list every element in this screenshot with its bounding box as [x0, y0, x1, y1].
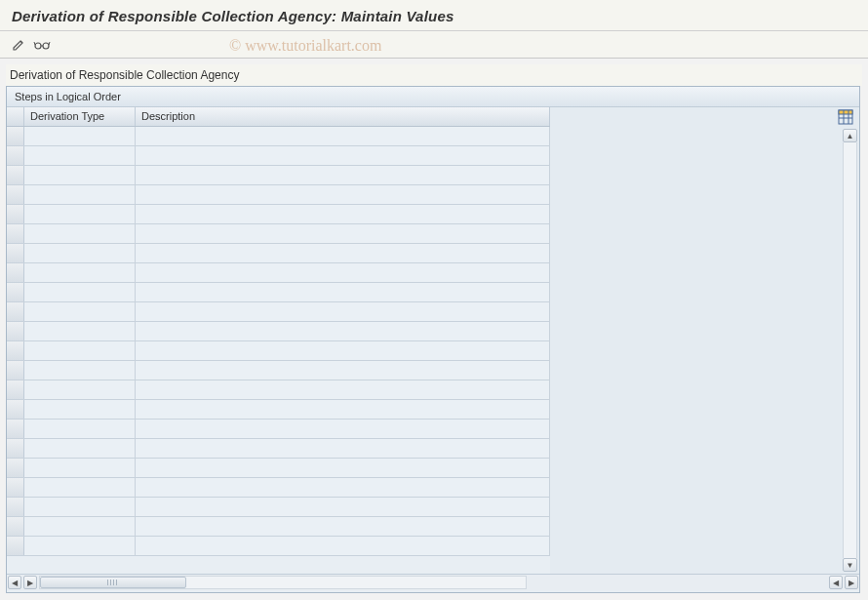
row-selector[interactable]	[7, 420, 24, 438]
cell-description[interactable]	[136, 341, 550, 360]
row-selector[interactable]	[7, 322, 24, 340]
cell-derivation-type[interactable]	[24, 537, 136, 555]
vertical-scrollbar[interactable]: ▲ ▼	[843, 129, 857, 572]
scroll-right-button[interactable]: ▶	[23, 576, 37, 589]
horizontal-scroll-thumb[interactable]	[40, 577, 186, 588]
table-row	[7, 478, 550, 498]
svg-point-1	[43, 43, 49, 49]
row-selector[interactable]	[7, 478, 24, 497]
row-selector[interactable]	[7, 146, 24, 165]
cell-description[interactable]	[136, 478, 550, 497]
cell-description[interactable]	[136, 517, 550, 536]
cell-derivation-type[interactable]	[24, 224, 136, 243]
cell-description[interactable]	[136, 127, 550, 145]
cell-description[interactable]	[136, 302, 550, 321]
table-row	[7, 244, 550, 263]
table-row	[7, 459, 550, 478]
row-selector[interactable]	[7, 341, 24, 360]
cell-derivation-type[interactable]	[24, 498, 136, 516]
cell-derivation-type[interactable]	[24, 302, 136, 321]
cell-derivation-type[interactable]	[24, 380, 136, 399]
table-row	[7, 185, 550, 205]
row-selector[interactable]	[7, 459, 24, 477]
table-row	[7, 127, 550, 146]
row-selector[interactable]	[7, 439, 24, 458]
glasses-icon	[33, 38, 51, 52]
cell-derivation-type[interactable]	[24, 439, 136, 458]
cell-description[interactable]	[136, 185, 550, 204]
scroll-left-button[interactable]: ◀	[8, 576, 21, 589]
cell-description[interactable]	[136, 224, 550, 243]
cell-derivation-type[interactable]	[24, 459, 136, 477]
row-selector[interactable]	[7, 537, 24, 555]
cell-derivation-type[interactable]	[24, 263, 136, 282]
cell-description[interactable]	[136, 400, 550, 419]
row-selector[interactable]	[7, 400, 24, 419]
cell-derivation-type[interactable]	[24, 361, 136, 380]
select-all-corner[interactable]	[7, 107, 24, 126]
scroll-left-end-button[interactable]: ◀	[829, 576, 843, 589]
cell-description[interactable]	[136, 361, 550, 380]
cell-description[interactable]	[136, 420, 550, 438]
row-selector[interactable]	[7, 498, 24, 516]
cell-description[interactable]	[136, 146, 550, 165]
edit-button[interactable]	[10, 36, 27, 54]
column-header-derivation-type[interactable]: Derivation Type	[24, 107, 136, 126]
scroll-up-button[interactable]: ▲	[843, 129, 857, 142]
cell-description[interactable]	[136, 263, 550, 282]
row-selector[interactable]	[7, 185, 24, 204]
table-settings-button[interactable]	[838, 109, 853, 125]
row-selector[interactable]	[7, 263, 24, 282]
row-selector[interactable]	[7, 361, 24, 380]
row-selector[interactable]	[7, 283, 24, 301]
vertical-scroll-track[interactable]	[843, 142, 857, 558]
column-header-description[interactable]: Description	[136, 107, 550, 126]
table-row	[7, 263, 550, 283]
horizontal-scroll-track[interactable]	[39, 576, 527, 589]
cell-derivation-type[interactable]	[24, 146, 136, 165]
row-selector[interactable]	[7, 224, 24, 243]
grid-deadspace: ▲ ▼	[550, 107, 859, 574]
grid-area: Derivation Type Description	[7, 107, 859, 574]
table-row	[7, 380, 550, 400]
cell-derivation-type[interactable]	[24, 322, 136, 340]
table-row	[7, 302, 550, 322]
row-selector[interactable]	[7, 517, 24, 536]
cell-description[interactable]	[136, 205, 550, 223]
cell-derivation-type[interactable]	[24, 478, 136, 497]
table-row	[7, 517, 550, 537]
table-row	[7, 283, 550, 302]
cell-description[interactable]	[136, 498, 550, 516]
cell-derivation-type[interactable]	[24, 341, 136, 360]
row-selector[interactable]	[7, 166, 24, 184]
cell-derivation-type[interactable]	[24, 166, 136, 184]
cell-derivation-type[interactable]	[24, 283, 136, 301]
row-selector[interactable]	[7, 205, 24, 223]
cell-description[interactable]	[136, 459, 550, 477]
row-selector[interactable]	[7, 244, 24, 262]
cell-derivation-type[interactable]	[24, 244, 136, 262]
table-row	[7, 341, 550, 361]
cell-description[interactable]	[136, 283, 550, 301]
cell-description[interactable]	[136, 537, 550, 555]
row-selector[interactable]	[7, 302, 24, 321]
cell-description[interactable]	[136, 244, 550, 262]
horizontal-scrollbar: ◀ ▶ ◀ ▶	[7, 574, 859, 590]
row-selector[interactable]	[7, 127, 24, 145]
row-selector[interactable]	[7, 380, 24, 399]
display-button[interactable]	[33, 36, 51, 54]
cell-description[interactable]	[136, 380, 550, 399]
grid-wrap: Derivation Type Description	[7, 107, 859, 574]
cell-derivation-type[interactable]	[24, 400, 136, 419]
cell-derivation-type[interactable]	[24, 127, 136, 145]
cell-description[interactable]	[136, 166, 550, 184]
cell-description[interactable]	[136, 322, 550, 340]
cell-derivation-type[interactable]	[24, 205, 136, 223]
page-title: Derivation of Responsible Collection Age…	[12, 8, 856, 24]
cell-derivation-type[interactable]	[24, 185, 136, 204]
scroll-down-button[interactable]: ▼	[843, 558, 857, 572]
scroll-right-end-button[interactable]: ▶	[845, 576, 858, 589]
cell-derivation-type[interactable]	[24, 420, 136, 438]
cell-derivation-type[interactable]	[24, 517, 136, 536]
cell-description[interactable]	[136, 439, 550, 458]
